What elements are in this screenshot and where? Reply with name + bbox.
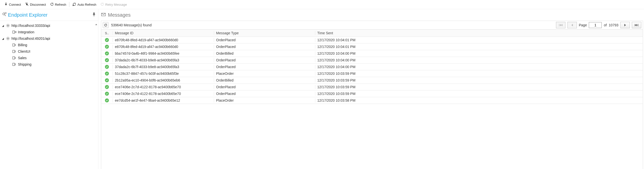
pin-icon[interactable] (92, 12, 96, 18)
tree-root[interactable]: ◢ http://localhost:49201/api (0, 35, 98, 42)
time-sent-cell: 12/17/2020 10:03:59 PM (315, 92, 643, 96)
message-id-cell: bba7457d-0a4b-46f1-9984-ac9400b65fee (113, 52, 214, 56)
tree-endpoint-label: Shipping (18, 62, 32, 66)
tree-endpoint[interactable]: Integration (8, 29, 98, 35)
tree-endpoint[interactable]: Billing (8, 42, 98, 48)
column-message-id[interactable]: Message ID (113, 31, 214, 35)
table-row[interactable]: 37dada2c-6b7f-4033-b9e8-ac9400b65fa3Orde… (101, 57, 643, 64)
check-circle-icon (105, 52, 109, 56)
tree-endpoint[interactable]: ClientUI (8, 48, 98, 55)
endpoint-tree[interactable]: ◢ http://localhost:33333/api Integration… (0, 21, 98, 169)
message-type-cell: OrderPlaced (214, 65, 315, 69)
endpoint-icon (12, 62, 16, 66)
message-type-cell: OrderPlaced (214, 38, 315, 42)
table-row[interactable]: ece7406e-2c7d-4122-8178-ac9400b65e70Orde… (101, 90, 643, 97)
tree-root[interactable]: ◢ http://localhost:33333/api (0, 22, 98, 29)
status-cell (101, 98, 113, 102)
messages-found-text: 539640 Message(s) found (111, 23, 152, 27)
tree-root-label: http://localhost:49201/api (12, 36, 50, 40)
pager: Page of 10793 (556, 22, 641, 28)
messages-refresh-button[interactable] (103, 22, 109, 28)
message-type-cell: OrderPlaced (214, 92, 315, 96)
column-status[interactable]: S.. (101, 31, 113, 35)
status-cell (101, 85, 113, 89)
table-row[interactable]: bba7457d-0a4b-46f1-9984-ac9400b65feeOrde… (101, 50, 643, 57)
message-id-cell: 37dada2c-6b7f-4033-b9e8-ac9400b65fa3 (113, 65, 214, 69)
message-type-cell: OrderPlaced (214, 58, 315, 62)
connect-label: Connect (9, 3, 21, 6)
status-cell (101, 65, 113, 69)
explorer-icon (2, 12, 6, 18)
refresh-button[interactable]: Refresh (48, 2, 68, 8)
status-cell (101, 92, 113, 96)
check-circle-icon (105, 98, 109, 102)
auto-refresh-icon (72, 2, 76, 7)
column-message-type[interactable]: Message Type (214, 31, 315, 35)
pager-of-label: of (604, 23, 607, 27)
message-type-cell: OrderPlaced (214, 85, 315, 89)
messages-toolbar: 539640 Message(s) found Page of 10793 (101, 21, 643, 29)
refresh-label: Refresh (55, 3, 66, 6)
messages-found-suffix: Message(s) found (124, 23, 152, 27)
status-cell (101, 38, 113, 42)
chevron-down-icon[interactable]: ◢ (2, 37, 4, 40)
time-sent-cell: 12/17/2020 10:04:00 PM (315, 52, 643, 56)
auto-refresh-button[interactable]: Auto Refresh (70, 2, 98, 8)
grid-body: e870fc48-8fed-4d19-af47-ac9400b660d0Orde… (101, 37, 643, 104)
tree-endpoint[interactable]: Shipping (8, 61, 98, 68)
disconnect-button[interactable]: Disconnect (23, 2, 48, 8)
table-row[interactable]: 2b12a95a-ec10-4904-b0f6-ac9400b65eb6Orde… (101, 77, 643, 84)
svg-rect-4 (13, 31, 15, 33)
endpoint-icon (12, 43, 16, 47)
message-id-cell: ee7dcd54-ae1f-4e47-9ba4-ac9400b65e12 (113, 98, 214, 102)
endpoint-icon (12, 56, 16, 60)
time-sent-cell: 12/17/2020 10:04:01 PM (315, 45, 643, 49)
column-time-sent[interactable]: Time Sent (315, 31, 643, 35)
plug-icon (4, 2, 8, 7)
pager-page-input[interactable] (589, 22, 602, 28)
messages-header: Messages (101, 9, 644, 21)
time-sent-cell: 12/17/2020 10:03:59 PM (315, 72, 643, 76)
pager-prev-button[interactable] (568, 22, 577, 28)
pager-first-button[interactable] (556, 22, 566, 28)
table-row[interactable]: 51c28c37-8847-457c-b03f-ac9400b65f3ePlac… (101, 70, 643, 77)
chevron-down-icon[interactable]: ◢ (2, 24, 4, 27)
table-row[interactable]: ee7dcd54-ae1f-4e47-9ba4-ac9400b65e12Plac… (101, 97, 643, 104)
check-circle-icon (105, 78, 109, 82)
toolbar-separator (69, 2, 69, 7)
scroll-up-icon[interactable] (95, 23, 98, 27)
message-id-cell: 37dada2c-6b7f-4033-b9e8-ac9400b65fa3 (113, 58, 214, 62)
table-row[interactable]: ece7406e-2c7d-4122-8178-ac9400b65e70Orde… (101, 84, 643, 90)
svg-point-0 (72, 5, 74, 6)
message-type-cell: PlaceOrder (214, 98, 315, 102)
tree-root-label: http://localhost:33333/api (12, 24, 50, 28)
svg-rect-2 (5, 12, 6, 14)
refresh-icon (50, 2, 54, 7)
status-cell (101, 45, 113, 49)
check-circle-icon (105, 72, 109, 76)
tree-endpoint-label: Sales (18, 56, 26, 60)
time-sent-cell: 12/17/2020 10:03:59 PM (315, 85, 643, 89)
table-row[interactable]: e870fc48-8fed-4d19-af47-ac9400b660d0Orde… (101, 44, 643, 50)
svg-rect-8 (13, 57, 15, 59)
time-sent-cell: 12/17/2020 10:03:58 PM (315, 98, 643, 102)
retry-icon (100, 2, 104, 7)
main-toolbar: Connect Disconnect Refresh Auto Refresh … (0, 0, 644, 9)
pager-next-button[interactable] (620, 22, 630, 28)
table-row[interactable]: 37dada2c-6b7f-4033-b9e8-ac9400b65fa3Orde… (101, 64, 643, 70)
message-id-cell: 51c28c37-8847-457c-b03f-ac9400b65f3e (113, 72, 214, 76)
status-cell (101, 72, 113, 76)
table-row[interactable]: e870fc48-8fed-4d19-af47-ac9400b660d0Orde… (101, 37, 643, 44)
messages-title: Messages (108, 12, 130, 18)
check-circle-icon (105, 38, 109, 42)
time-sent-cell: 12/17/2020 10:03:59 PM (315, 78, 643, 82)
envelope-icon (101, 12, 106, 18)
message-id-cell: ece7406e-2c7d-4122-8178-ac9400b65e70 (113, 92, 214, 96)
time-sent-cell: 12/17/2020 10:04:01 PM (315, 38, 643, 42)
connect-button[interactable]: Connect (2, 2, 23, 8)
pager-total: 10793 (609, 23, 618, 27)
tree-endpoint[interactable]: Sales (8, 55, 98, 61)
tree-endpoint-label: Integration (18, 30, 34, 34)
pager-last-button[interactable] (632, 22, 641, 28)
message-type-cell: OrderBilled (214, 78, 315, 82)
